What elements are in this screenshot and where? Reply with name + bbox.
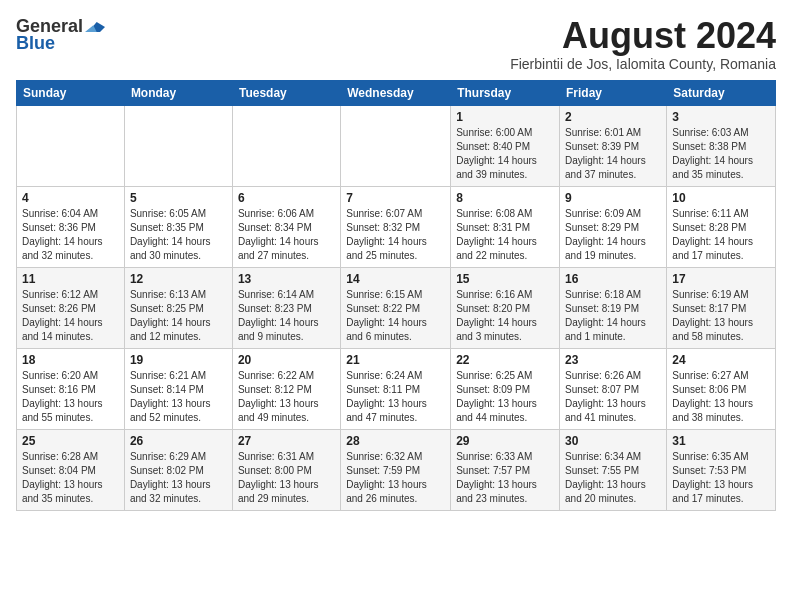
weekday-header-wednesday: Wednesday — [341, 80, 451, 105]
day-info: Sunrise: 6:29 AM Sunset: 8:02 PM Dayligh… — [130, 450, 227, 506]
calendar-cell: 4Sunrise: 6:04 AM Sunset: 8:36 PM Daylig… — [17, 186, 125, 267]
calendar-table: SundayMondayTuesdayWednesdayThursdayFrid… — [16, 80, 776, 511]
calendar-cell: 23Sunrise: 6:26 AM Sunset: 8:07 PM Dayli… — [560, 348, 667, 429]
calendar-cell: 5Sunrise: 6:05 AM Sunset: 8:35 PM Daylig… — [124, 186, 232, 267]
day-info: Sunrise: 6:13 AM Sunset: 8:25 PM Dayligh… — [130, 288, 227, 344]
day-number: 30 — [565, 434, 661, 448]
calendar-cell: 29Sunrise: 6:33 AM Sunset: 7:57 PM Dayli… — [451, 429, 560, 510]
calendar-cell: 12Sunrise: 6:13 AM Sunset: 8:25 PM Dayli… — [124, 267, 232, 348]
calendar-cell: 7Sunrise: 6:07 AM Sunset: 8:32 PM Daylig… — [341, 186, 451, 267]
calendar-cell: 21Sunrise: 6:24 AM Sunset: 8:11 PM Dayli… — [341, 348, 451, 429]
calendar-cell: 13Sunrise: 6:14 AM Sunset: 8:23 PM Dayli… — [232, 267, 340, 348]
day-number: 21 — [346, 353, 445, 367]
day-number: 12 — [130, 272, 227, 286]
day-number: 3 — [672, 110, 770, 124]
day-info: Sunrise: 6:11 AM Sunset: 8:28 PM Dayligh… — [672, 207, 770, 263]
day-info: Sunrise: 6:27 AM Sunset: 8:06 PM Dayligh… — [672, 369, 770, 425]
day-number: 16 — [565, 272, 661, 286]
day-number: 11 — [22, 272, 119, 286]
calendar-cell — [124, 105, 232, 186]
logo-icon — [85, 20, 105, 34]
day-info: Sunrise: 6:26 AM Sunset: 8:07 PM Dayligh… — [565, 369, 661, 425]
day-info: Sunrise: 6:19 AM Sunset: 8:17 PM Dayligh… — [672, 288, 770, 344]
calendar-cell: 19Sunrise: 6:21 AM Sunset: 8:14 PM Dayli… — [124, 348, 232, 429]
calendar-cell: 2Sunrise: 6:01 AM Sunset: 8:39 PM Daylig… — [560, 105, 667, 186]
day-number: 31 — [672, 434, 770, 448]
page-header: General Blue August 2024 Fierbintii de J… — [16, 16, 776, 72]
calendar-cell: 14Sunrise: 6:15 AM Sunset: 8:22 PM Dayli… — [341, 267, 451, 348]
day-info: Sunrise: 6:24 AM Sunset: 8:11 PM Dayligh… — [346, 369, 445, 425]
day-info: Sunrise: 6:32 AM Sunset: 7:59 PM Dayligh… — [346, 450, 445, 506]
day-number: 10 — [672, 191, 770, 205]
calendar-cell: 30Sunrise: 6:34 AM Sunset: 7:55 PM Dayli… — [560, 429, 667, 510]
day-number: 17 — [672, 272, 770, 286]
calendar-cell: 8Sunrise: 6:08 AM Sunset: 8:31 PM Daylig… — [451, 186, 560, 267]
day-number: 22 — [456, 353, 554, 367]
calendar-cell: 11Sunrise: 6:12 AM Sunset: 8:26 PM Dayli… — [17, 267, 125, 348]
day-number: 26 — [130, 434, 227, 448]
weekday-header-row: SundayMondayTuesdayWednesdayThursdayFrid… — [17, 80, 776, 105]
day-info: Sunrise: 6:22 AM Sunset: 8:12 PM Dayligh… — [238, 369, 335, 425]
day-info: Sunrise: 6:16 AM Sunset: 8:20 PM Dayligh… — [456, 288, 554, 344]
location-subtitle: Fierbintii de Jos, Ialomita County, Roma… — [510, 56, 776, 72]
calendar-cell: 3Sunrise: 6:03 AM Sunset: 8:38 PM Daylig… — [667, 105, 776, 186]
calendar-cell: 20Sunrise: 6:22 AM Sunset: 8:12 PM Dayli… — [232, 348, 340, 429]
calendar-cell: 6Sunrise: 6:06 AM Sunset: 8:34 PM Daylig… — [232, 186, 340, 267]
day-number: 6 — [238, 191, 335, 205]
day-number: 5 — [130, 191, 227, 205]
day-number: 8 — [456, 191, 554, 205]
day-number: 2 — [565, 110, 661, 124]
calendar-week-row: 18Sunrise: 6:20 AM Sunset: 8:16 PM Dayli… — [17, 348, 776, 429]
weekday-header-thursday: Thursday — [451, 80, 560, 105]
day-info: Sunrise: 6:03 AM Sunset: 8:38 PM Dayligh… — [672, 126, 770, 182]
day-info: Sunrise: 6:04 AM Sunset: 8:36 PM Dayligh… — [22, 207, 119, 263]
day-number: 28 — [346, 434, 445, 448]
weekday-header-sunday: Sunday — [17, 80, 125, 105]
title-block: August 2024 Fierbintii de Jos, Ialomita … — [510, 16, 776, 72]
calendar-cell — [232, 105, 340, 186]
day-number: 24 — [672, 353, 770, 367]
calendar-cell — [341, 105, 451, 186]
calendar-week-row: 1Sunrise: 6:00 AM Sunset: 8:40 PM Daylig… — [17, 105, 776, 186]
day-info: Sunrise: 6:09 AM Sunset: 8:29 PM Dayligh… — [565, 207, 661, 263]
day-info: Sunrise: 6:12 AM Sunset: 8:26 PM Dayligh… — [22, 288, 119, 344]
calendar-cell: 1Sunrise: 6:00 AM Sunset: 8:40 PM Daylig… — [451, 105, 560, 186]
calendar-cell: 18Sunrise: 6:20 AM Sunset: 8:16 PM Dayli… — [17, 348, 125, 429]
weekday-header-tuesday: Tuesday — [232, 80, 340, 105]
calendar-cell: 31Sunrise: 6:35 AM Sunset: 7:53 PM Dayli… — [667, 429, 776, 510]
day-number: 29 — [456, 434, 554, 448]
day-number: 1 — [456, 110, 554, 124]
day-number: 19 — [130, 353, 227, 367]
day-info: Sunrise: 6:25 AM Sunset: 8:09 PM Dayligh… — [456, 369, 554, 425]
calendar-cell: 28Sunrise: 6:32 AM Sunset: 7:59 PM Dayli… — [341, 429, 451, 510]
day-info: Sunrise: 6:18 AM Sunset: 8:19 PM Dayligh… — [565, 288, 661, 344]
day-info: Sunrise: 6:33 AM Sunset: 7:57 PM Dayligh… — [456, 450, 554, 506]
month-year-title: August 2024 — [510, 16, 776, 56]
day-number: 18 — [22, 353, 119, 367]
logo: General Blue — [16, 16, 105, 54]
calendar-cell: 25Sunrise: 6:28 AM Sunset: 8:04 PM Dayli… — [17, 429, 125, 510]
day-number: 25 — [22, 434, 119, 448]
calendar-cell: 27Sunrise: 6:31 AM Sunset: 8:00 PM Dayli… — [232, 429, 340, 510]
day-info: Sunrise: 6:07 AM Sunset: 8:32 PM Dayligh… — [346, 207, 445, 263]
weekday-header-saturday: Saturday — [667, 80, 776, 105]
day-number: 14 — [346, 272, 445, 286]
calendar-cell: 22Sunrise: 6:25 AM Sunset: 8:09 PM Dayli… — [451, 348, 560, 429]
calendar-cell: 16Sunrise: 6:18 AM Sunset: 8:19 PM Dayli… — [560, 267, 667, 348]
day-number: 23 — [565, 353, 661, 367]
calendar-cell: 10Sunrise: 6:11 AM Sunset: 8:28 PM Dayli… — [667, 186, 776, 267]
calendar-cell: 17Sunrise: 6:19 AM Sunset: 8:17 PM Dayli… — [667, 267, 776, 348]
day-info: Sunrise: 6:06 AM Sunset: 8:34 PM Dayligh… — [238, 207, 335, 263]
day-info: Sunrise: 6:14 AM Sunset: 8:23 PM Dayligh… — [238, 288, 335, 344]
day-number: 27 — [238, 434, 335, 448]
calendar-week-row: 25Sunrise: 6:28 AM Sunset: 8:04 PM Dayli… — [17, 429, 776, 510]
day-info: Sunrise: 6:05 AM Sunset: 8:35 PM Dayligh… — [130, 207, 227, 263]
day-number: 9 — [565, 191, 661, 205]
day-info: Sunrise: 6:35 AM Sunset: 7:53 PM Dayligh… — [672, 450, 770, 506]
calendar-cell: 24Sunrise: 6:27 AM Sunset: 8:06 PM Dayli… — [667, 348, 776, 429]
calendar-cell — [17, 105, 125, 186]
day-info: Sunrise: 6:21 AM Sunset: 8:14 PM Dayligh… — [130, 369, 227, 425]
weekday-header-monday: Monday — [124, 80, 232, 105]
day-info: Sunrise: 6:31 AM Sunset: 8:00 PM Dayligh… — [238, 450, 335, 506]
day-number: 4 — [22, 191, 119, 205]
